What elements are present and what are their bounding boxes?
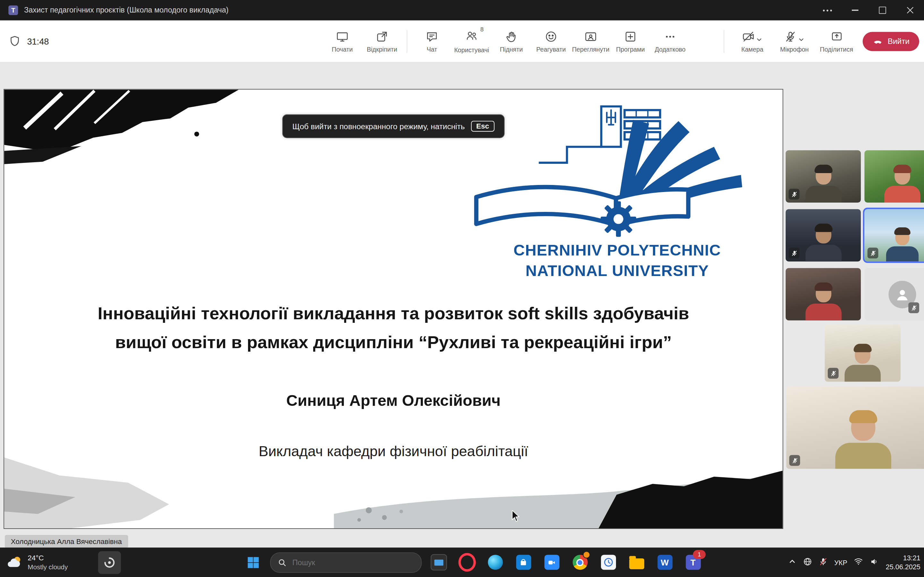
window-controls [813,0,924,21]
window-title: Захист педагогічних проєктів (Школа моло… [24,6,228,15]
tray-clock[interactable]: 13:21 25.06.2025 [886,553,921,571]
windows-logo-icon [247,556,260,569]
participant-video [830,411,895,469]
taskbar-weather-widget[interactable]: 24°C Mostly cloudy [6,548,68,577]
raise-hand-icon [505,30,518,43]
taskbar-search[interactable] [270,552,422,572]
tray-mic-muted-icon[interactable] [819,557,827,568]
tray-network-globe-icon[interactable] [803,557,812,568]
taskbar-file-explorer-icon[interactable] [625,551,648,574]
microphone-button[interactable]: Мікрофон [776,30,813,53]
share-screen-icon [830,30,843,43]
taskbar-teams-icon[interactable]: T 1 [682,551,704,574]
taskbar-word-icon[interactable]: W [653,551,676,574]
minimize-icon[interactable] [841,0,869,21]
toolbar-divider [724,30,724,53]
unpin-popout-icon [375,30,389,43]
chat-button[interactable]: Чат [412,30,452,53]
participants-count-badge: 8 [480,26,483,33]
participant-tile[interactable] [786,150,861,203]
teams-meeting-window: T Захист педагогічних проєктів (Школа мо… [0,0,924,577]
participant-tile[interactable] [786,210,861,261]
university-name-line1: CHERNIHIV POLYTECHNIC [460,241,774,260]
more-dots-icon [664,30,677,43]
slide-title: Інноваційні технології викладання та роз… [4,299,782,356]
taskbar-hovered-app-icon[interactable] [98,551,121,574]
apps-plus-icon [624,30,637,43]
maximize-icon[interactable] [869,0,897,21]
participant-video [883,228,921,261]
participants-button[interactable]: 8 Користувачі [452,29,491,53]
system-tray: УКР 13:21 25.06.2025 [788,548,921,577]
participant-tile-selected[interactable] [864,210,924,261]
meeting-info[interactable]: 31:48 [8,21,49,62]
university-logo-emblem-icon [460,105,774,237]
taskbar-edge-icon[interactable] [484,551,507,574]
university-name-line2: NATIONAL UNIVERSITY [460,261,774,280]
mic-off-icon [788,189,800,200]
participant-video [802,165,844,203]
mic-off-icon [788,248,800,259]
people-icon [465,29,478,42]
participant-tile[interactable] [786,268,861,320]
slide-author: Синиця Артем Олексійович [4,392,782,410]
fullscreen-exit-toast: Щоб вийти з повноекранного режиму, натис… [282,114,505,138]
unpin-button[interactable]: Відкріпити [362,30,402,53]
mic-off-icon [789,455,800,466]
slide-author-role: Викладач кафедри фізичної реабілітації [4,443,782,460]
weather-cloud-sun-icon [6,555,23,570]
smiley-icon [544,30,557,43]
tray-language-indicator[interactable]: УКР [834,559,847,566]
taskbar-opera-icon[interactable] [455,551,478,574]
camera-dropdown-chevron-icon[interactable] [756,36,763,43]
search-input[interactable] [291,558,390,567]
view-button[interactable]: Переглянути [571,30,611,53]
mic-off-icon [784,30,797,43]
participant-tile-no-video[interactable] [864,268,924,320]
chat-bubble-icon [425,30,439,43]
participant-tile[interactable] [825,325,901,382]
meeting-toolbar: 31:48 Почати Відкріпити Чат [0,21,924,63]
search-icon [278,558,286,566]
participant-tile[interactable] [787,387,924,469]
taskbar-store-icon[interactable] [512,551,535,574]
taskbar-window-app-icon[interactable] [427,551,450,574]
leave-button[interactable]: Вийти [863,31,919,51]
taskbar-clock-app-icon[interactable] [597,551,620,574]
camera-off-icon [742,30,755,43]
taskbar-zoom-icon[interactable] [540,551,563,574]
shared-screen[interactable]: Щоб вийти з повноекранного режиму, натис… [3,89,783,529]
tray-volume-icon[interactable] [870,557,879,568]
taskbar-chrome-icon[interactable] [569,551,591,574]
phone-hangup-icon [872,36,883,47]
meeting-stage: Щоб вийти з повноекранного режиму, натис… [0,62,924,548]
esc-key-chip: Esc [471,121,494,132]
meeting-timer: 31:48 [27,36,49,46]
toolbar-right-group: Камера Мікрофон Поділитися Вийти [719,21,919,62]
mouse-cursor-icon [511,510,520,522]
start-button[interactable]: Почати [322,30,362,53]
participant-tile[interactable] [864,150,924,203]
university-logo: CHERNIHIV POLYTECHNIC NATIONAL UNIVERSIT… [460,105,774,280]
teams-notification-badge: 1 [693,550,706,559]
tray-chevron-up-icon[interactable] [788,557,796,567]
react-button[interactable]: Реагувати [531,30,571,53]
apps-button[interactable]: Програми [611,30,650,53]
title-bar: T Захист педагогічних проєктів (Школа мо… [0,0,924,21]
participant-video [802,224,844,261]
close-icon[interactable] [897,0,924,21]
taskbar-center-apps: W T 1 [242,548,704,577]
monitor-icon [336,30,349,43]
camera-button[interactable]: Камера [734,30,771,53]
windows-taskbar: 24°C Mostly cloudy [0,548,924,577]
titlebar-more-icon[interactable] [813,0,841,21]
more-button[interactable]: Додатково [650,30,690,53]
mic-off-icon [908,302,919,313]
start-button[interactable] [242,551,265,574]
chrome-notification-dot [583,551,590,558]
mic-dropdown-chevron-icon[interactable] [798,36,805,43]
shield-icon [8,35,21,47]
share-button[interactable]: Поділитися [818,30,855,53]
tray-wifi-icon[interactable] [854,557,863,567]
raise-hand-button[interactable]: Підняти [491,30,531,53]
